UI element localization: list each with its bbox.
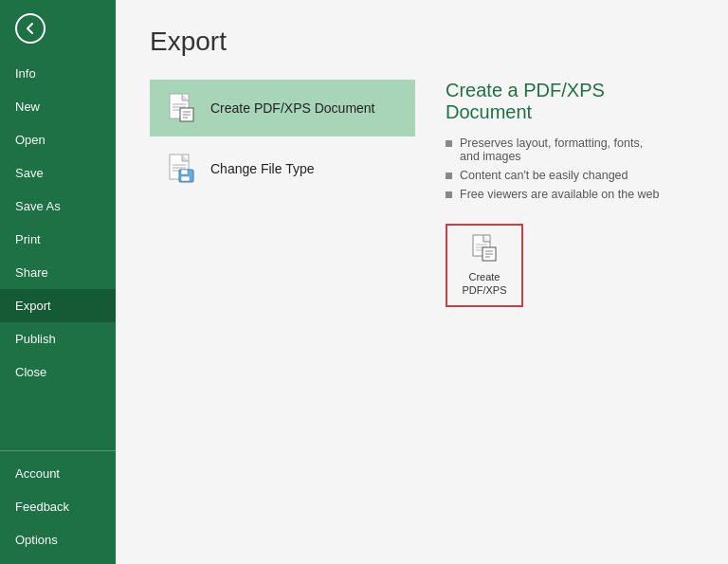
svg-rect-14: [181, 176, 190, 181]
svg-rect-13: [181, 170, 188, 174]
bullet-square-3: [446, 191, 452, 198]
page-title: Export: [150, 27, 694, 57]
sidebar-item-options[interactable]: Options: [0, 523, 116, 556]
pdf-doc-icon: [167, 93, 197, 123]
create-pdf-btn-icon: [470, 234, 499, 266]
bullet-3: Free viewers are available on the web: [446, 188, 664, 201]
sidebar-item-export[interactable]: Export: [0, 289, 116, 322]
sidebar-item-publish[interactable]: Publish: [0, 322, 116, 355]
detail-bullets: Preserves layout, formatting, fonts, and…: [446, 136, 664, 201]
sidebar-item-print[interactable]: Print: [0, 223, 116, 256]
change-file-icon: [167, 154, 197, 184]
export-option-create-pdf[interactable]: Create PDF/XPS Document: [150, 80, 415, 136]
bullet-2: Content can't be easily changed: [446, 169, 664, 182]
sidebar-nav: Info New Open Save Save As Print Share E…: [0, 57, 116, 445]
sidebar-item-share[interactable]: Share: [0, 256, 116, 289]
back-circle-icon: [15, 13, 46, 44]
bullet-text-2: Content can't be easily changed: [460, 169, 628, 182]
sidebar-item-info[interactable]: Info: [0, 57, 116, 90]
sidebar-item-save-as[interactable]: Save As: [0, 190, 116, 223]
sidebar-item-close[interactable]: Close: [0, 355, 116, 389]
sidebar-bottom: Account Feedback Options: [0, 457, 116, 564]
sidebar-divider: [0, 450, 116, 451]
export-options-list: Create PDF/XPS Document: [150, 80, 415, 537]
create-pdf-btn-label: CreatePDF/XPS: [462, 270, 506, 298]
bullet-text-1: Preserves layout, formatting, fonts, and…: [460, 136, 664, 163]
sidebar-item-open[interactable]: Open: [0, 123, 116, 156]
bullet-text-3: Free viewers are available on the web: [460, 188, 660, 201]
change-file-type-label: Change File Type: [210, 161, 314, 176]
create-pdf-label: Create PDF/XPS Document: [210, 100, 375, 116]
main-content: Export: [116, 0, 728, 564]
create-pdf-btn-container: CreatePDF/XPS: [446, 224, 664, 307]
export-detail-panel: Create a PDF/XPS Document Preserves layo…: [415, 80, 694, 537]
sidebar-item-new[interactable]: New: [0, 90, 116, 123]
bullet-1: Preserves layout, formatting, fonts, and…: [446, 136, 664, 163]
create-pdf-xps-button[interactable]: CreatePDF/XPS: [446, 224, 523, 307]
sidebar-item-account[interactable]: Account: [0, 457, 116, 490]
export-option-change-file-type[interactable]: Change File Type: [150, 140, 415, 197]
detail-title: Create a PDF/XPS Document: [446, 80, 664, 123]
sidebar-item-save[interactable]: Save: [0, 156, 116, 190]
sidebar-item-feedback[interactable]: Feedback: [0, 490, 116, 523]
export-layout: Create PDF/XPS Document: [150, 80, 694, 537]
sidebar: Info New Open Save Save As Print Share E…: [0, 0, 116, 564]
back-button[interactable]: [11, 9, 49, 47]
bullet-square-1: [446, 140, 452, 147]
bullet-square-2: [446, 173, 452, 179]
